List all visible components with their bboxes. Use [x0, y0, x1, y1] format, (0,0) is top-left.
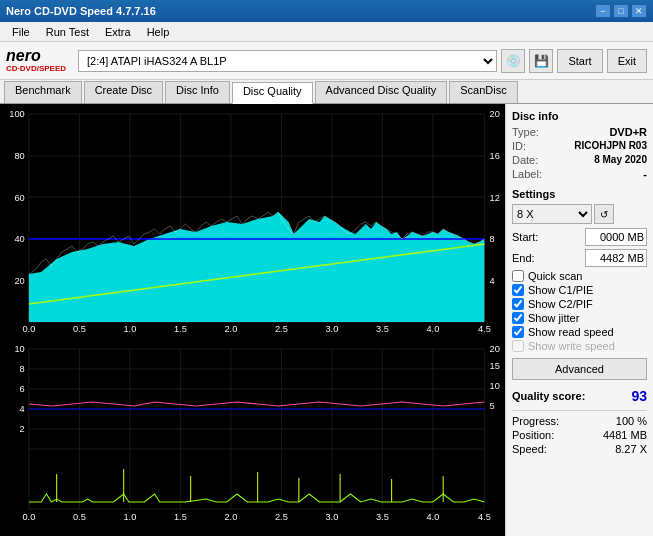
svg-text:4.5: 4.5	[478, 512, 491, 522]
progress-row: Progress: 100 %	[512, 415, 647, 427]
show-jitter-checkbox[interactable]	[512, 312, 524, 324]
svg-text:10: 10	[490, 381, 500, 391]
speed-row-info: Speed: 8.27 X	[512, 443, 647, 455]
svg-text:12: 12	[490, 193, 500, 203]
disc-id-row: ID: RICOHJPN R03	[512, 140, 647, 152]
svg-text:4.5: 4.5	[478, 324, 491, 334]
quality-score-row: Quality score: 93	[512, 388, 647, 404]
label-label: Label:	[512, 168, 542, 180]
svg-text:2.0: 2.0	[224, 324, 237, 334]
chart-area: 100 80 60 40 20 20 16 12 8 4 0.0 0.5 1.0…	[0, 104, 505, 536]
svg-text:16: 16	[490, 151, 500, 161]
quality-score-value: 93	[631, 388, 647, 404]
start-input[interactable]	[585, 228, 647, 246]
date-label: Date:	[512, 154, 538, 166]
svg-text:100: 100	[9, 109, 24, 119]
svg-text:3.0: 3.0	[325, 324, 338, 334]
tab-disc-quality[interactable]: Disc Quality	[232, 82, 313, 104]
svg-text:5: 5	[490, 401, 495, 411]
right-panel: Disc info Type: DVD+R ID: RICOHJPN R03 D…	[505, 104, 653, 536]
svg-text:80: 80	[14, 151, 24, 161]
disc-label-row: Label: -	[512, 168, 647, 180]
svg-text:15: 15	[490, 361, 500, 371]
tab-create-disc[interactable]: Create Disc	[84, 81, 163, 103]
svg-text:4: 4	[490, 276, 495, 286]
main-content: 100 80 60 40 20 20 16 12 8 4 0.0 0.5 1.0…	[0, 104, 653, 536]
titlebar: Nero CD-DVD Speed 4.7.7.16 − □ ✕	[0, 0, 653, 22]
end-label: End:	[512, 252, 535, 264]
position-value: 4481 MB	[603, 429, 647, 441]
disc-icon[interactable]: 💿	[501, 49, 525, 73]
svg-text:1.0: 1.0	[123, 324, 136, 334]
close-button[interactable]: ✕	[631, 4, 647, 18]
charts-svg: 100 80 60 40 20 20 16 12 8 4 0.0 0.5 1.0…	[0, 104, 505, 536]
quick-scan-checkbox[interactable]	[512, 270, 524, 282]
svg-text:0.5: 0.5	[73, 324, 86, 334]
tab-benchmark[interactable]: Benchmark	[4, 81, 82, 103]
position-label: Position:	[512, 429, 554, 441]
quick-scan-label: Quick scan	[528, 270, 582, 282]
svg-text:0.0: 0.0	[22, 324, 35, 334]
tab-advanced-disc-quality[interactable]: Advanced Disc Quality	[315, 81, 448, 103]
speed-selector[interactable]: 8 X	[512, 204, 592, 224]
show-c1-label: Show C1/PIE	[528, 284, 593, 296]
show-jitter-row: Show jitter	[512, 312, 647, 324]
type-value: DVD+R	[609, 126, 647, 138]
show-c2-row: Show C2/PIF	[512, 298, 647, 310]
svg-text:2: 2	[20, 424, 25, 434]
logo-sub: CD·DVD/SPEED	[6, 64, 66, 73]
toolbar: nero CD·DVD/SPEED [2:4] ATAPI iHAS324 A …	[0, 42, 653, 80]
svg-text:0.5: 0.5	[73, 512, 86, 522]
svg-text:2.5: 2.5	[275, 512, 288, 522]
quality-score-label: Quality score:	[512, 390, 585, 402]
svg-text:40: 40	[14, 234, 24, 244]
svg-text:4.0: 4.0	[426, 324, 439, 334]
refresh-button[interactable]: ↺	[594, 204, 614, 224]
minimize-button[interactable]: −	[595, 4, 611, 18]
disc-type-row: Type: DVD+R	[512, 126, 647, 138]
show-c1-checkbox[interactable]	[512, 284, 524, 296]
label-value: -	[643, 168, 647, 180]
end-mb-row: End:	[512, 249, 647, 267]
tab-bar: Benchmark Create Disc Disc Info Disc Qua…	[0, 80, 653, 104]
window-controls: − □ ✕	[595, 4, 647, 18]
svg-text:4: 4	[20, 404, 25, 414]
show-read-speed-checkbox[interactable]	[512, 326, 524, 338]
show-c2-checkbox[interactable]	[512, 298, 524, 310]
advanced-button[interactable]: Advanced	[512, 358, 647, 380]
svg-text:10: 10	[14, 344, 24, 354]
drive-selector[interactable]: [2:4] ATAPI iHAS324 A BL1P	[78, 50, 497, 72]
exit-button[interactable]: Exit	[607, 49, 647, 73]
show-write-speed-checkbox[interactable]	[512, 340, 524, 352]
id-label: ID:	[512, 140, 526, 152]
start-button[interactable]: Start	[557, 49, 602, 73]
id-value: RICOHJPN R03	[574, 140, 647, 152]
show-write-speed-row: Show write speed	[512, 340, 647, 352]
svg-text:4.0: 4.0	[426, 512, 439, 522]
menu-file[interactable]: File	[4, 24, 38, 40]
svg-text:3.5: 3.5	[376, 324, 389, 334]
tab-scandisc[interactable]: ScanDisc	[449, 81, 517, 103]
progress-label: Progress:	[512, 415, 559, 427]
svg-text:1.5: 1.5	[174, 512, 187, 522]
menu-help[interactable]: Help	[139, 24, 178, 40]
speed-value: 8.27 X	[615, 443, 647, 455]
menubar: File Run Test Extra Help	[0, 22, 653, 42]
svg-text:3.0: 3.0	[325, 512, 338, 522]
svg-text:8: 8	[20, 364, 25, 374]
svg-text:60: 60	[14, 193, 24, 203]
svg-text:20: 20	[490, 344, 500, 354]
tab-disc-info[interactable]: Disc Info	[165, 81, 230, 103]
save-icon[interactable]: 💾	[529, 49, 553, 73]
svg-text:20: 20	[14, 276, 24, 286]
menu-extra[interactable]: Extra	[97, 24, 139, 40]
show-read-speed-row: Show read speed	[512, 326, 647, 338]
show-c1-row: Show C1/PIE	[512, 284, 647, 296]
position-row: Position: 4481 MB	[512, 429, 647, 441]
end-input[interactable]	[585, 249, 647, 267]
maximize-button[interactable]: □	[613, 4, 629, 18]
speed-row: 8 X ↺	[512, 204, 647, 224]
menu-run-test[interactable]: Run Test	[38, 24, 97, 40]
start-label: Start:	[512, 231, 538, 243]
quick-scan-row: Quick scan	[512, 270, 647, 282]
